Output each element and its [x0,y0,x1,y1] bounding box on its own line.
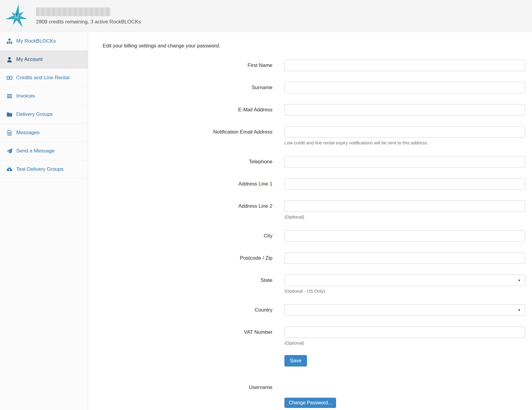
sidebar: My RockBLOCKs My Account [0,32,88,410]
form-row-save: Save [103,355,525,366]
sidebar-item-label: My Account [16,56,43,62]
country-label: Country [103,304,272,316]
state-help: (Optional - US Only) [284,288,525,294]
notification-email-input[interactable] [284,126,525,138]
surname-label: Surname [103,82,272,93]
form-row-first-name: First Name [103,60,525,71]
sidebar-item-label: Send a Message [16,148,55,154]
notification-email-help: Low credit and line rental expiry notifi… [284,140,525,145]
form-row-postcode: Postcode / Zip [103,252,525,264]
sidebar-item-label: Delivery Groups [16,111,53,117]
sidebar-item-label: Invoices [16,93,35,99]
form-row-state: State ▼ (Optional - US Only) [103,275,525,294]
form-row-telephone: Telephone [103,156,525,167]
email-input[interactable] [284,104,525,116]
sidebar-item-label: Test Delivery Groups [16,166,64,172]
state-label: State [103,275,272,294]
notification-email-label: Notification Email Address [103,126,272,145]
sidebar-item-my-account[interactable]: My Account [0,50,88,69]
postcode-input[interactable] [284,252,525,264]
sidebar-item-label: Credits and Line Rental [16,75,70,81]
sidebar-item-label: My RockBLOCKs [16,38,56,44]
layout: My RockBLOCKs My Account [0,32,532,410]
main-content: Edit your billing settings and change yo… [88,32,532,410]
folder-icon [7,112,12,117]
list-icon [7,93,12,99]
starburst-logo-icon [4,3,29,30]
vat-number-input[interactable] [284,327,525,338]
surname-input[interactable] [284,82,525,93]
money-icon [7,75,12,81]
first-name-label: First Name [103,60,272,71]
sidebar-item-messages[interactable]: Messages [0,124,88,142]
postcode-label: Postcode / Zip [103,252,272,264]
header: 2809 credits remaining, 3 active RockBLO… [0,0,532,32]
address-line-1-input[interactable] [284,178,525,190]
address-line-1-label: Address Line 1 [103,178,272,190]
form-row-username: Username [103,384,525,390]
user-icon [7,57,12,62]
billing-form: First Name Surname E-Mail Address [103,60,525,366]
city-input[interactable] [284,230,525,242]
first-name-input[interactable] [284,60,525,71]
rockblock-logo[interactable] [4,2,30,31]
sidebar-item-delivery-groups[interactable]: Delivery Groups [0,105,88,124]
page: 2809 credits remaining, 3 active RockBLO… [0,0,532,410]
username-label: Username [103,384,272,390]
address-line-2-input[interactable] [284,200,525,212]
form-row-city: City [103,230,525,242]
form-row-country: Country ▼ [103,304,525,316]
paper-plane-icon [7,148,12,154]
cloud-upload-icon [7,167,12,172]
sidebar-item-invoices[interactable]: Invoices [0,87,88,105]
address-line-2-help: (Optional) [284,214,525,219]
form-row-email: E-Mail Address [103,104,525,116]
sidebar-item-my-rockblocks[interactable]: My RockBLOCKs [0,32,88,50]
vat-number-label: VAT Number [103,327,272,345]
form-row-vat: VAT Number (Optional) [103,327,525,345]
credits-summary: 2809 credits remaining, 3 active RockBLO… [36,19,141,25]
form-row-notification-email: Notification Email Address Low credit an… [103,126,525,145]
sidebar-item-label: Messages [16,130,39,136]
telephone-label: Telephone [103,156,272,167]
state-select[interactable]: ▼ [284,275,525,286]
address-line-2-label: Address Line 2 [103,200,272,219]
country-select[interactable]: ▼ [284,304,525,316]
form-row-address-line-1: Address Line 1 [103,178,525,190]
email-label: E-Mail Address [103,104,272,116]
header-text: 2809 credits remaining, 3 active RockBLO… [36,8,141,25]
sidebar-item-send-a-message[interactable]: Send a Message [0,142,88,160]
change-password-button[interactable]: Change Password... [284,398,336,408]
file-icon [7,130,12,136]
chevron-down-icon: ▼ [518,308,521,312]
city-label: City [103,230,272,242]
intro-text: Edit your billing settings and change yo… [103,43,525,49]
save-button[interactable]: Save [284,355,307,366]
vat-number-help: (Optional) [284,340,525,345]
telephone-input[interactable] [284,156,525,167]
sidebar-item-credits-and-line-rental[interactable]: Credits and Line Rental [0,69,88,87]
form-row-change-password: Change Password... [103,398,525,408]
sitemap-icon [7,38,12,44]
account-section: Username Change Password... [103,384,525,408]
sidebar-item-test-delivery-groups[interactable]: Test Delivery Groups [0,160,88,179]
redacted-account-name [36,8,110,16]
form-row-address-line-2: Address Line 2 (Optional) [103,200,525,219]
chevron-down-icon: ▼ [518,279,521,282]
form-row-surname: Surname [103,82,525,93]
